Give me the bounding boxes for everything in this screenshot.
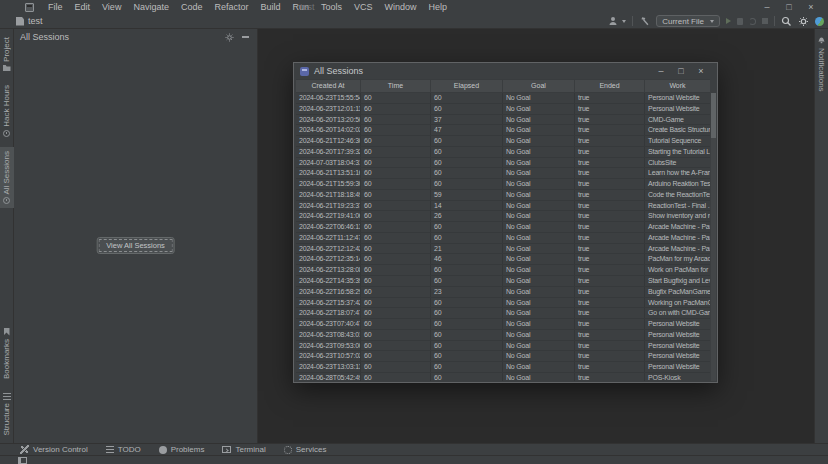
run-icon[interactable] [726, 18, 731, 24]
column-header[interactable]: Ended [575, 80, 645, 92]
table-row[interactable]: 2024-06-22T15:37:42.1.. 60 60 No Goal tr… [296, 298, 710, 309]
cell-ended: true [575, 373, 645, 381]
stop-icon[interactable] [762, 18, 768, 24]
table-row[interactable]: 2024-06-23T07:40:47.6.. 60 60 No Goal tr… [296, 319, 710, 330]
column-header[interactable]: Elapsed [431, 80, 503, 92]
cell-created-at: 2024-06-22T12:35:14.3.. [296, 254, 361, 264]
table-row[interactable]: 2024-06-23T13:03:13.0.. 60 60 No Goal tr… [296, 362, 710, 373]
menu-item[interactable]: Tools [315, 0, 348, 14]
statusbar-item-services[interactable]: Services [284, 445, 327, 454]
column-header[interactable]: Time [361, 80, 431, 92]
cell-elapsed: 46 [431, 254, 503, 264]
table-row[interactable]: 2024-06-23T15:55:54.5.. 60 60 No Goal tr… [296, 93, 710, 104]
view-all-sessions-button[interactable]: View All Sessions [96, 237, 175, 254]
menu-item[interactable]: Build [254, 0, 286, 14]
run-config-combobox[interactable]: Current File [656, 15, 720, 27]
folder-icon [3, 65, 11, 71]
table-row[interactable]: 2024-06-22T06:46:13.3.. 60 60 No Goal tr… [296, 222, 710, 233]
table-row[interactable]: 2024-06-28T05:42:49.4.. 60 60 No Goal tr… [296, 373, 710, 381]
project-breadcrumb[interactable]: test [16, 16, 43, 26]
sidebar-item-notifications[interactable]: Notifications [817, 48, 826, 92]
maximize-icon[interactable]: □ [671, 63, 691, 79]
debug-icon[interactable] [737, 18, 743, 25]
cell-elapsed: 37 [431, 115, 503, 125]
statusbar-item-todo[interactable]: TODO [106, 445, 141, 454]
cell-work: Tutorial Sequence [645, 136, 710, 146]
table-row[interactable]: 2024-06-23T12:01:11.0.. 60 60 No Goal tr… [296, 104, 710, 115]
menu-item[interactable]: Navigate [127, 0, 175, 14]
minimize-icon[interactable]: – [756, 0, 778, 14]
close-icon[interactable]: × [800, 0, 822, 14]
profile-avatar[interactable] [815, 17, 824, 26]
table-row[interactable]: 2024-06-21T15:59:30.1.. 60 60 No Goal tr… [296, 179, 710, 190]
column-header[interactable]: Goal [503, 80, 575, 92]
menu-item[interactable]: Edit [69, 0, 97, 14]
table-row[interactable]: 2024-06-22T12:35:14.3.. 60 46 No Goal tr… [296, 254, 710, 265]
sidebar-item-hack-hours[interactable]: Hack Hours [0, 81, 14, 141]
menu-item[interactable]: Code [175, 0, 209, 14]
table-row[interactable]: 2024-06-20T13:20:50.0.. 60 37 No Goal tr… [296, 115, 710, 126]
statusbar-item-terminal[interactable]: Terminal [222, 445, 265, 454]
cell-time: 60 [361, 93, 431, 103]
table-row[interactable]: 2024-06-22T18:07:47.9.. 60 60 No Goal tr… [296, 308, 710, 319]
table-row[interactable]: 2024-06-21T18:18:49.4.. 60 59 No Goal tr… [296, 190, 710, 201]
tool-window-toggle-icon[interactable] [18, 457, 27, 464]
table-row[interactable]: 2024-06-21T13:51:16.0.. 60 60 No Goal tr… [296, 168, 710, 179]
cell-goal: No Goal [503, 179, 575, 189]
menu-item[interactable]: File [42, 0, 69, 14]
cell-work: Personal Website [645, 341, 710, 351]
table-row[interactable]: 2024-06-20T14:02:02.1.. 60 47 No Goal tr… [296, 125, 710, 136]
build-hammer-icon[interactable] [639, 16, 650, 27]
table-row[interactable]: 2024-06-22T14:35:39.8.. 60 60 No Goal tr… [296, 276, 710, 287]
hide-tool-window-icon[interactable] [242, 36, 249, 38]
app-logo-icon[interactable] [25, 3, 34, 12]
cell-work: Arcade Machine - Part… [645, 233, 710, 243]
cell-elapsed: 21 [431, 244, 503, 254]
coverage-icon[interactable] [749, 18, 756, 25]
table-row[interactable]: 2024-06-22T11:12:47.3.. 60 60 No Goal tr… [296, 233, 710, 244]
statusbar-item-version-control[interactable]: Version Control [20, 445, 88, 454]
sessions-table[interactable]: 2024-06-23T15:55:54.5.. 60 60 No Goal tr… [296, 93, 710, 381]
table-row[interactable]: 2024-06-20T17:39:32.3.. 60 60 No Goal tr… [296, 147, 710, 158]
table-row[interactable]: 2024-06-23T10:57:02.0.. 60 60 No Goal tr… [296, 351, 710, 362]
table-row[interactable]: 2024-06-23T09:53:00.8.. 60 60 No Goal tr… [296, 341, 710, 352]
table-row[interactable]: 2024-06-22T13:28:08.9.. 60 60 No Goal tr… [296, 265, 710, 276]
table-row[interactable]: 2024-06-22T16:58:29.7.. 60 23 No Goal tr… [296, 287, 710, 298]
menu-items: FileEditViewNavigateCodeRefactorBuildRun… [42, 0, 453, 14]
menu-item[interactable]: Help [423, 0, 454, 14]
maximize-icon[interactable]: □ [778, 0, 800, 14]
bell-icon[interactable] [817, 35, 826, 44]
gear-icon[interactable] [225, 33, 234, 42]
left-tool-stripe: Project Hack Hours All Sessions Bo [0, 29, 14, 443]
column-header[interactable]: Created At [296, 80, 361, 92]
scrollbar-track[interactable] [711, 93, 716, 381]
menu-item[interactable]: View [96, 0, 127, 14]
column-header[interactable]: Work [645, 80, 710, 92]
sidebar-item-project[interactable]: Project [0, 33, 14, 75]
table-row[interactable]: 2024-06-23T08:43:01.8.. 60 60 No Goal tr… [296, 330, 710, 341]
cell-time: 60 [361, 158, 431, 168]
table-row[interactable]: 2024-06-21T19:23:37.6.. 60 14 No Goal tr… [296, 201, 710, 212]
run-config-label: Current File [662, 17, 704, 26]
menu-item[interactable]: VCS [348, 0, 379, 14]
close-icon[interactable]: × [691, 63, 711, 79]
statusbar-item-problems[interactable]: Problems [159, 445, 205, 454]
cell-work: Arduino Reaktion Test… [645, 179, 710, 189]
sidebar-item-all-sessions[interactable]: All Sessions [0, 147, 14, 209]
search-icon[interactable] [781, 16, 792, 27]
cell-work: Working on PacManG… [645, 298, 710, 308]
menu-item[interactable]: Window [379, 0, 423, 14]
minimize-icon[interactable]: – [651, 63, 671, 79]
menu-item[interactable]: Refactor [208, 0, 254, 14]
sidebar-item-structure[interactable]: Structure [0, 389, 14, 439]
user-menu-button[interactable] [608, 16, 626, 26]
table-row[interactable]: 2024-06-22T12:12:42.1.. 60 21 No Goal tr… [296, 244, 710, 255]
table-row[interactable]: 2024-06-21T12:46:30.0.. 60 60 No Goal tr… [296, 136, 710, 147]
table-row[interactable]: 2024-06-22T19:41:06.2.. 60 26 No Goal tr… [296, 211, 710, 222]
sidebar-item-bookmarks[interactable]: Bookmarks [0, 324, 14, 383]
scrollbar-thumb[interactable] [711, 93, 716, 138]
settings-gear-icon[interactable] [798, 16, 809, 27]
table-row[interactable]: 2024-07-03T18:04:31.5.. 60 60 No Goal tr… [296, 158, 710, 169]
all-sessions-tool-window: All Sessions View All Sessions [14, 29, 258, 443]
dialog-title-bar[interactable]: All Sessions – □ × [294, 63, 717, 79]
